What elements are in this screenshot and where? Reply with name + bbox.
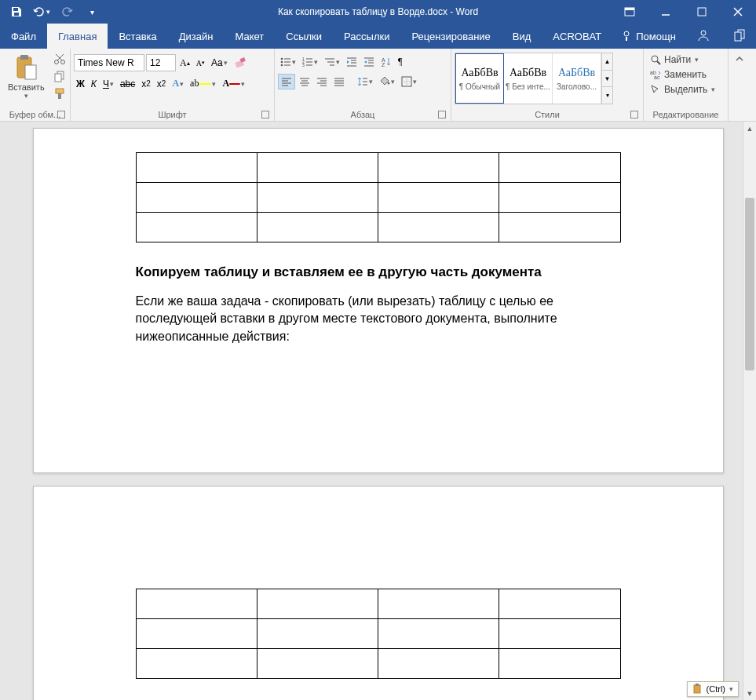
- svg-point-8: [701, 31, 706, 35]
- svg-line-16: [57, 54, 64, 60]
- ribbon-tabs: Файл Главная Вставка Дизайн Макет Ссылки…: [0, 24, 756, 49]
- format-painter-button[interactable]: [51, 86, 68, 101]
- style-no-spacing[interactable]: АаБбВв ¶ Без инте...: [504, 53, 553, 104]
- font-color-button[interactable]: A▾: [220, 76, 247, 91]
- replace-button[interactable]: abac Заменить: [647, 67, 710, 82]
- ribbon-display-button[interactable]: [612, 0, 648, 24]
- qat-customize-button[interactable]: ▾: [80, 1, 104, 23]
- highlight-button[interactable]: ab▾: [188, 76, 218, 91]
- tab-acrobat[interactable]: ACROBAT: [542, 24, 612, 49]
- tab-references[interactable]: Ссылки: [275, 24, 333, 49]
- page-2[interactable]: [33, 486, 724, 700]
- collapse-ribbon-button[interactable]: [729, 49, 751, 121]
- strikethrough-button[interactable]: abc: [118, 77, 137, 91]
- svg-rect-76: [694, 685, 700, 693]
- tell-me-label: Помощн: [636, 31, 676, 42]
- scroll-thumb[interactable]: [745, 198, 754, 370]
- paste-options-smart-tag[interactable]: (Ctrl)▾: [687, 681, 739, 697]
- grow-font-button[interactable]: A▴: [177, 56, 192, 71]
- svg-line-73: [657, 61, 660, 64]
- svg-point-72: [652, 56, 658, 62]
- svg-point-14: [54, 60, 58, 64]
- account-button[interactable]: [685, 24, 721, 47]
- doc-paragraph[interactable]: Если же ваша задача - скопировать (или в…: [136, 293, 621, 345]
- styles-launcher[interactable]: [630, 111, 638, 118]
- bullets-button[interactable]: ▾: [278, 55, 298, 69]
- svg-rect-12: [20, 55, 28, 60]
- underline-button[interactable]: Ч▾: [100, 77, 116, 91]
- change-case-button[interactable]: Aa▾: [209, 56, 230, 70]
- group-styles: АаБбВв ¶ Обычный АаБбВв ¶ Без инте... Аа…: [451, 49, 644, 121]
- svg-line-17: [56, 54, 62, 60]
- scroll-down-button[interactable]: ▼: [743, 687, 756, 700]
- font-launcher[interactable]: [261, 111, 269, 118]
- style-expand[interactable]: ▾: [602, 87, 612, 104]
- multilevel-list-button[interactable]: ▾: [322, 55, 342, 69]
- font-size-select[interactable]: [146, 54, 176, 71]
- tab-view[interactable]: Вид: [502, 24, 542, 49]
- style-heading1[interactable]: АаБбВв Заголово...: [553, 53, 601, 104]
- shrink-font-button[interactable]: A▾: [194, 57, 207, 69]
- tell-me[interactable]: Помощн: [612, 24, 685, 49]
- tab-file[interactable]: Файл: [0, 24, 47, 49]
- align-left-button[interactable]: [278, 74, 295, 89]
- share-button[interactable]: [721, 24, 756, 47]
- tab-mailings[interactable]: Рассылки: [333, 24, 400, 49]
- font-name-select[interactable]: [74, 54, 144, 71]
- group-label-font: Шрифт: [74, 108, 271, 121]
- line-spacing-button[interactable]: ▾: [355, 75, 375, 89]
- document-area: Копируем таблицу и вставляем ее в другую…: [0, 122, 756, 700]
- tab-design[interactable]: Дизайн: [168, 24, 225, 49]
- maximize-button[interactable]: [684, 0, 720, 24]
- undo-button[interactable]: ▾: [30, 1, 53, 23]
- doc-table-2[interactable]: [136, 589, 621, 679]
- borders-button[interactable]: ▾: [399, 75, 419, 89]
- superscript-button[interactable]: x2: [155, 77, 169, 91]
- svg-point-24: [281, 57, 283, 60]
- tab-review[interactable]: Рецензирование: [400, 24, 501, 49]
- group-label-paragraph: Абзац: [278, 108, 447, 121]
- page-1[interactable]: Копируем таблицу и вставляем ее в другую…: [33, 128, 724, 473]
- sort-button[interactable]: AZ: [378, 55, 394, 69]
- align-center-button[interactable]: [297, 75, 312, 89]
- clear-formatting-button[interactable]: [232, 55, 249, 71]
- group-label-editing: Редактирование: [647, 108, 725, 121]
- paste-button[interactable]: Вставить ▾: [3, 51, 49, 103]
- minimize-button[interactable]: [648, 0, 684, 24]
- cut-button[interactable]: [51, 51, 68, 67]
- justify-button[interactable]: [331, 75, 347, 89]
- decrease-indent-button[interactable]: [344, 55, 360, 69]
- style-scroll-up[interactable]: ▲: [602, 53, 612, 71]
- group-label-clipboard: Буфер обм...: [3, 108, 67, 121]
- italic-button[interactable]: К: [89, 77, 99, 91]
- copy-button[interactable]: [51, 68, 68, 84]
- shading-button[interactable]: ▾: [377, 75, 397, 89]
- find-button[interactable]: Найти▾: [647, 53, 702, 67]
- tab-layout[interactable]: Макет: [224, 24, 275, 49]
- numbering-button[interactable]: 123▾: [300, 55, 320, 69]
- redo-button[interactable]: [55, 1, 79, 23]
- bold-button[interactable]: Ж: [74, 77, 87, 91]
- style-normal[interactable]: АаБбВв ¶ Обычный: [455, 53, 504, 104]
- paragraph-launcher[interactable]: [438, 111, 446, 118]
- tab-insert[interactable]: Вставка: [108, 24, 167, 49]
- scroll-track[interactable]: [743, 135, 756, 687]
- doc-heading[interactable]: Копируем таблицу и вставляем ее в другую…: [136, 264, 621, 280]
- vertical-scrollbar[interactable]: ▲ ▼: [743, 122, 756, 700]
- show-marks-button[interactable]: ¶: [396, 54, 404, 69]
- text-effects-button[interactable]: A▾: [170, 76, 186, 91]
- svg-text:3: 3: [302, 63, 305, 67]
- style-scroll-down[interactable]: ▼: [602, 71, 612, 88]
- scroll-up-button[interactable]: ▲: [743, 122, 756, 135]
- ribbon: Вставить ▾ Буфер обм... A▴ A▾ Aa▾ Ж: [0, 49, 756, 122]
- svg-point-15: [60, 60, 64, 64]
- subscript-button[interactable]: x2: [139, 77, 153, 91]
- close-button[interactable]: [720, 0, 756, 24]
- doc-table-1[interactable]: [136, 152, 621, 242]
- tab-home[interactable]: Главная: [47, 24, 108, 49]
- select-button[interactable]: Выделить▾: [647, 82, 718, 97]
- save-button[interactable]: [5, 1, 28, 23]
- increase-indent-button[interactable]: [361, 55, 377, 69]
- clipboard-launcher[interactable]: [57, 111, 65, 118]
- align-right-button[interactable]: [314, 75, 330, 89]
